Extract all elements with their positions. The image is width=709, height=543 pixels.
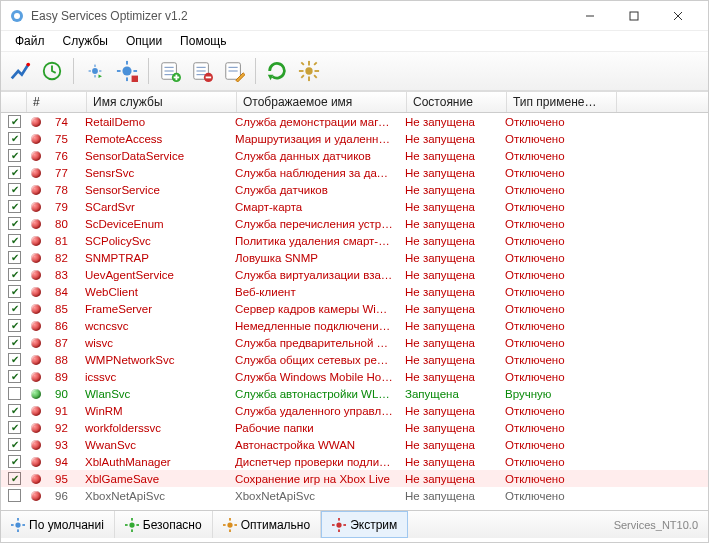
list-remove-icon[interactable]	[187, 56, 217, 86]
display-name: Маршрутизация и удаленный…	[229, 133, 399, 145]
row-number: 87	[49, 337, 79, 349]
col-display[interactable]: Отображаемое имя	[237, 92, 407, 112]
row-checkbox[interactable]	[8, 387, 21, 400]
row-checkbox[interactable]: ✔	[8, 455, 21, 468]
menu-services[interactable]: Службы	[55, 32, 116, 50]
table-row[interactable]: 96XboxNetApiSvcXboxNetApiSvcНе запущенаО…	[1, 487, 708, 504]
row-number: 80	[49, 218, 79, 230]
table-row[interactable]: ✔81SCPolicySvcПолитика удаления смарт-ка…	[1, 232, 708, 249]
preset-default[interactable]: По умолчаниі	[1, 511, 115, 538]
gear-play-icon[interactable]	[80, 56, 110, 86]
svg-point-6	[26, 63, 30, 67]
table-row[interactable]: ✔95XblGameSaveСохранение игр на Xbox Liv…	[1, 470, 708, 487]
row-checkbox[interactable]: ✔	[8, 149, 21, 162]
row-checkbox[interactable]: ✔	[8, 353, 21, 366]
status-bullet-icon	[31, 134, 41, 144]
table-row[interactable]: ✔87wisvcСлужба предварительной оц…Не зап…	[1, 334, 708, 351]
startup-type: Отключено	[499, 490, 609, 502]
col-type[interactable]: Тип примене…	[507, 92, 617, 112]
menu-help[interactable]: Помощь	[172, 32, 234, 50]
row-checkbox[interactable]: ✔	[8, 115, 21, 128]
service-status: Не запущена	[399, 473, 499, 485]
table-row[interactable]: ✔93WwanSvcАвтонастройка WWANНе запущенаО…	[1, 436, 708, 453]
row-checkbox[interactable]: ✔	[8, 319, 21, 332]
table-row[interactable]: ✔76SensorDataServiceСлужба данных датчик…	[1, 147, 708, 164]
row-checkbox[interactable]: ✔	[8, 336, 21, 349]
service-status: Не запущена	[399, 303, 499, 315]
service-status: Не запущена	[399, 201, 499, 213]
row-checkbox[interactable]: ✔	[8, 200, 21, 213]
table-row[interactable]: ✔85FrameServerСервер кадров камеры Windo…	[1, 300, 708, 317]
row-checkbox[interactable]: ✔	[8, 370, 21, 383]
row-checkbox[interactable]: ✔	[8, 268, 21, 281]
row-checkbox[interactable]	[8, 489, 21, 502]
table-row[interactable]: 90WlanSvcСлужба автонастройки WLANЗапуще…	[1, 385, 708, 402]
row-checkbox[interactable]: ✔	[8, 132, 21, 145]
svg-rect-12	[99, 70, 101, 71]
row-checkbox[interactable]: ✔	[8, 251, 21, 264]
row-checkbox[interactable]: ✔	[8, 438, 21, 451]
svg-rect-45	[301, 75, 305, 79]
table-row[interactable]: ✔74RetailDemoСлужба демонстрации магазин…	[1, 113, 708, 130]
display-name: Рабочие папки	[229, 422, 399, 434]
service-name: SCPolicySvc	[79, 235, 229, 247]
svg-point-56	[227, 522, 232, 527]
service-name: workfolderssvc	[79, 422, 229, 434]
col-status[interactable]: Состояние	[407, 92, 507, 112]
service-name: SensorDataService	[79, 150, 229, 162]
preset-safe[interactable]: Безопасно	[115, 511, 213, 538]
preset-optimal[interactable]: Оптимально	[213, 511, 322, 538]
maximize-button[interactable]	[612, 2, 656, 30]
table-row[interactable]: ✔78SensorServiceСлужба датчиковНе запуще…	[1, 181, 708, 198]
restore-icon[interactable]	[37, 56, 67, 86]
table-row[interactable]: ✔80ScDeviceEnumСлужба перечисления устро…	[1, 215, 708, 232]
svg-rect-18	[133, 70, 137, 72]
table-row[interactable]: ✔94XblAuthManagerДиспетчер проверки подл…	[1, 453, 708, 470]
table-row[interactable]: ✔92workfolderssvcРабочие папкиНе запущен…	[1, 419, 708, 436]
table-row[interactable]: ✔86wcncsvcНемедленные подключения …Не за…	[1, 317, 708, 334]
service-status: Не запущена	[399, 456, 499, 468]
settings-icon[interactable]	[294, 56, 324, 86]
table-row[interactable]: ✔75RemoteAccessМаршрутизация и удаленный…	[1, 130, 708, 147]
preset-label: Безопасно	[143, 518, 202, 532]
list-edit-icon[interactable]	[219, 56, 249, 86]
table-row[interactable]: ✔91WinRMСлужба удаленного управле…Не зап…	[1, 402, 708, 419]
display-name: Служба демонстрации магазина	[229, 116, 399, 128]
col-name[interactable]: Имя службы	[87, 92, 237, 112]
row-checkbox[interactable]: ✔	[8, 234, 21, 247]
minimize-button[interactable]	[568, 2, 612, 30]
svg-rect-19	[132, 76, 138, 82]
gear-stop-icon[interactable]	[112, 56, 142, 86]
close-button[interactable]	[656, 2, 700, 30]
row-checkbox[interactable]: ✔	[8, 183, 21, 196]
list-add-icon[interactable]	[155, 56, 185, 86]
col-check[interactable]	[1, 92, 27, 112]
row-checkbox[interactable]: ✔	[8, 404, 21, 417]
menu-options[interactable]: Опции	[118, 32, 170, 50]
service-name: XboxNetApiSvc	[79, 490, 229, 502]
row-number: 93	[49, 439, 79, 451]
row-checkbox[interactable]: ✔	[8, 166, 21, 179]
row-checkbox[interactable]: ✔	[8, 472, 21, 485]
row-checkbox[interactable]: ✔	[8, 302, 21, 315]
col-num[interactable]: #	[27, 92, 87, 112]
apply-icon[interactable]	[5, 56, 35, 86]
refresh-icon[interactable]	[262, 56, 292, 86]
table-row[interactable]: ✔77SensrSvcСлужба наблюдения за датч…Не …	[1, 164, 708, 181]
service-list[interactable]: ✔74RetailDemoСлужба демонстрации магазин…	[1, 113, 708, 510]
table-row[interactable]: ✔83UevAgentServiceСлужба виртуализации в…	[1, 266, 708, 283]
table-row[interactable]: ✔88WMPNetworkSvcСлужба общих сетевых рес…	[1, 351, 708, 368]
menu-file[interactable]: Файл	[7, 32, 53, 50]
preset-extreme[interactable]: Экстрим	[321, 511, 408, 538]
table-row[interactable]: ✔84WebClientВеб-клиентНе запущенаОтключе…	[1, 283, 708, 300]
table-row[interactable]: ✔79SCardSvrСмарт-картаНе запущенаОтключе…	[1, 198, 708, 215]
row-checkbox[interactable]: ✔	[8, 217, 21, 230]
status-bullet-icon	[31, 440, 41, 450]
row-checkbox[interactable]: ✔	[8, 285, 21, 298]
service-status: Запущена	[399, 388, 499, 400]
table-row[interactable]: ✔89icssvcСлужба Windows Mobile HotspotНе…	[1, 368, 708, 385]
service-name: RetailDemo	[79, 116, 229, 128]
table-row[interactable]: ✔82SNMPTRAPЛовушка SNMPНе запущенаОтключ…	[1, 249, 708, 266]
row-number: 78	[49, 184, 79, 196]
row-checkbox[interactable]: ✔	[8, 421, 21, 434]
